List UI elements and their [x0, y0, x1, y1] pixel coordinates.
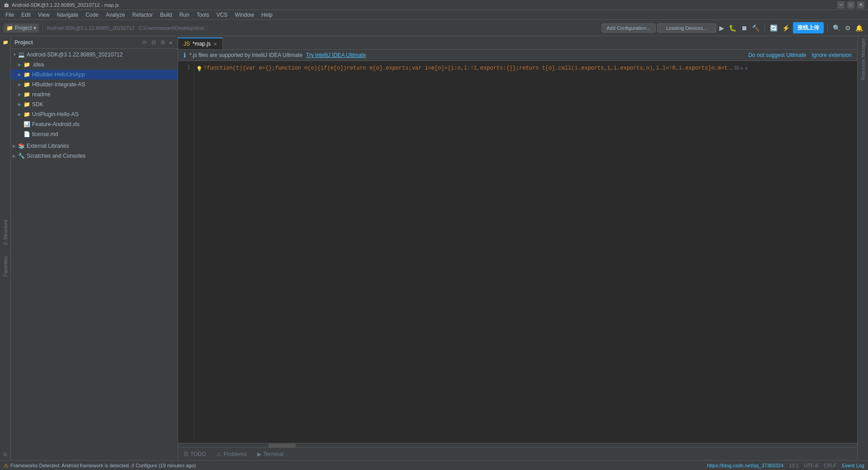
fold-indicator[interactable]: ⌄ 33 ∧ ∨: [729, 66, 748, 70]
minimize-button[interactable]: ─: [837, 1, 844, 9]
left-vertical-labels: 2: Structure Favorites: [2, 50, 9, 446]
scrollbar-thumb[interactable]: [269, 444, 296, 447]
title-bar-left: 🤖 Android-SDK@3.1.22.80895_20210712 - ma…: [4, 2, 119, 8]
search-button[interactable]: 🔍: [831, 23, 842, 33]
tree-arrow-uniplugin: ▶: [18, 112, 24, 117]
tree-item-sdk[interactable]: ▶ 📁 SDK: [11, 99, 178, 109]
menu-refactor[interactable]: Refactor: [129, 11, 156, 19]
tree-item-feature-android[interactable]: 📊 Feature-Android.xls: [11, 119, 178, 129]
tree-item-idea[interactable]: ▶ 📁 .idea: [11, 60, 178, 70]
tree-arrow-sdk-folder: ▶: [18, 102, 24, 107]
sync-tree-button[interactable]: ⟳: [141, 39, 148, 46]
notification-icon: ℹ: [184, 52, 186, 59]
tree-label-hbuilder-integrate: HBuilder-Integrate-AS: [32, 81, 85, 88]
menu-navigate[interactable]: Navigate: [53, 11, 82, 19]
tree-item-hbuilder-hello[interactable]: ▶ 📁 HBuilder-HelloUniApp: [11, 70, 178, 80]
code-line-1-container: 💡 !function(t){var e={};function n(o){if…: [194, 61, 857, 72]
tree-item-readme[interactable]: ▶ 📁 readme: [11, 89, 178, 99]
tree-icon-readme: 📁: [24, 91, 30, 98]
main-area: 📁 2: Structure Favorites ☰ Project ⟳ ⊟ ⚙…: [0, 36, 868, 460]
tree-item-uniplugin[interactable]: ▶ 📁 UniPlugin-Hello-AS: [11, 109, 178, 119]
menu-analyze[interactable]: Analyze: [102, 11, 129, 19]
add-configuration-button[interactable]: Add Configuration...: [602, 24, 656, 33]
connect-upload-button[interactable]: 接线上传: [793, 22, 824, 33]
build-button[interactable]: 🔨: [750, 23, 761, 33]
toolbar-separator-3: [827, 24, 828, 33]
run-button[interactable]: ▶: [718, 23, 726, 33]
menu-edit[interactable]: Edit: [18, 11, 34, 19]
lightbulb-icon[interactable]: 💡: [196, 66, 203, 71]
tree-icon-uniplugin: 📁: [24, 111, 30, 118]
todo-label: TODO: [190, 451, 206, 457]
tree-arrow-sdk: ▼: [13, 52, 18, 57]
try-ultimate-link[interactable]: Try IntelliJ IDEA Ultimate: [306, 52, 366, 58]
project-panel-icon[interactable]: 📁: [1, 38, 9, 46]
expand-tree-button[interactable]: ▸: [169, 39, 174, 46]
favorites-panel-label[interactable]: Favorites: [2, 253, 9, 280]
menu-view[interactable]: View: [34, 11, 53, 19]
ignore-extension-link[interactable]: Ignore extension: [811, 52, 852, 58]
tree-arrow-scratches: ▶: [13, 154, 18, 158]
menu-file[interactable]: File: [2, 11, 18, 19]
tree-item-external-libs[interactable]: ▶ 📚 External Libraries: [11, 141, 178, 151]
app-icon: 🤖: [4, 2, 9, 7]
toolbar: 📁 Project ▾ Android-SDK@3.1.22.80895_202…: [0, 20, 868, 36]
project-tree: ▼ 💻 Android-SDK@3.1.22.80895_20210712 ▶ …: [11, 49, 178, 460]
left-bottom-icon[interactable]: ☰: [1, 450, 9, 458]
bottom-tab-terminal[interactable]: ▶ Terminal: [252, 448, 289, 461]
tab-close-mapjs[interactable]: ✕: [213, 42, 217, 47]
tree-item-hbuilder-integrate[interactable]: ▶ 📁 HBuilder-Integrate-AS: [11, 80, 178, 89]
menu-code[interactable]: Code: [82, 11, 102, 19]
tree-item-license[interactable]: 📄 license.md: [11, 129, 178, 139]
tree-item-scratches[interactable]: ▶ 🔧 Scratches and Consoles: [11, 151, 178, 161]
notifications-button[interactable]: 🔔: [854, 23, 864, 33]
project-label: Project ▾: [15, 25, 36, 31]
menu-help[interactable]: Help: [258, 11, 276, 19]
bottom-tab-todo[interactable]: ☰ TODO: [178, 448, 211, 461]
tree-label-sdk: Android-SDK@3.1.22.80895_20210712: [27, 52, 123, 58]
status-line-separator[interactable]: CRLF: [824, 463, 837, 468]
close-button[interactable]: ✕: [857, 1, 864, 9]
bottom-tabs: ☰ TODO ⚠ Problems ▶ Terminal: [178, 447, 857, 460]
stop-button[interactable]: ⏹: [740, 23, 749, 33]
settings-button[interactable]: ⚙: [844, 23, 852, 33]
editor-horizontal-scrollbar[interactable]: [178, 443, 857, 447]
status-event-log[interactable]: Event Log: [842, 463, 864, 468]
editor-area: JS *map.js ✕ ℹ *.js files are supported …: [178, 36, 857, 460]
line-number-1: 1: [180, 65, 190, 71]
debug-button[interactable]: 🐛: [727, 23, 738, 33]
toolbar-separator-2: [764, 24, 765, 33]
editor-tabs: JS *map.js ✕: [178, 36, 857, 50]
project-icon: 📁: [6, 25, 13, 31]
menu-window[interactable]: Window: [231, 11, 258, 19]
collapse-tree-button[interactable]: ⊟: [150, 39, 157, 46]
status-right: https://blog.csdn.net/qq_37360324 19:1 U…: [707, 463, 864, 468]
title-bar: 🤖 Android-SDK@3.1.22.80895_20210712 - ma…: [0, 0, 868, 10]
structure-panel-label[interactable]: 2: Structure: [2, 216, 9, 249]
menu-tools[interactable]: Tools: [193, 11, 213, 19]
tree-arrow-idea: ▶: [18, 62, 24, 67]
settings-tree-button[interactable]: ⚙: [159, 39, 167, 46]
resource-manager-icon[interactable]: Resource Manager: [859, 38, 867, 80]
loading-devices-button[interactable]: Loading Devices...: [657, 24, 716, 33]
tree-arrow-external-libs: ▶: [13, 144, 18, 148]
editor-notification: ℹ *.js files are supported by IntelliJ I…: [178, 50, 857, 61]
status-encoding[interactable]: UTF-8: [804, 463, 818, 468]
project-selector[interactable]: 📁 Project ▾: [4, 24, 39, 33]
title-bar-controls[interactable]: ─ □ ✕: [837, 1, 864, 9]
tree-root-sdk[interactable]: ▼ 💻 Android-SDK@3.1.22.80895_20210712: [11, 50, 178, 60]
code-editor-body[interactable]: 💡 !function(t){var e={};function n(o){if…: [194, 61, 857, 443]
editor-content[interactable]: 1 💡 !function(t){var e={};function n(o){…: [178, 61, 857, 443]
sync-button[interactable]: 🔄: [769, 23, 779, 33]
bottom-tab-problems[interactable]: ⚠ Problems: [211, 448, 252, 461]
menu-build[interactable]: Build: [156, 11, 176, 19]
status-csdn-link[interactable]: https://blog.csdn.net/qq_37360324: [707, 463, 783, 468]
do-not-suggest-ultimate-link[interactable]: Do not suggest Ultimate: [748, 52, 806, 58]
maximize-button[interactable]: □: [847, 1, 854, 9]
editor-tab-mapjs[interactable]: JS *map.js ✕: [178, 38, 223, 49]
notification-text: *.js files are supported by IntelliJ IDE…: [189, 52, 302, 58]
tree-label-scratches: Scratches and Consoles: [27, 153, 85, 159]
menu-run[interactable]: Run: [176, 11, 193, 19]
power-button[interactable]: ⚡: [781, 23, 791, 33]
menu-vcs[interactable]: VCS: [213, 11, 231, 19]
